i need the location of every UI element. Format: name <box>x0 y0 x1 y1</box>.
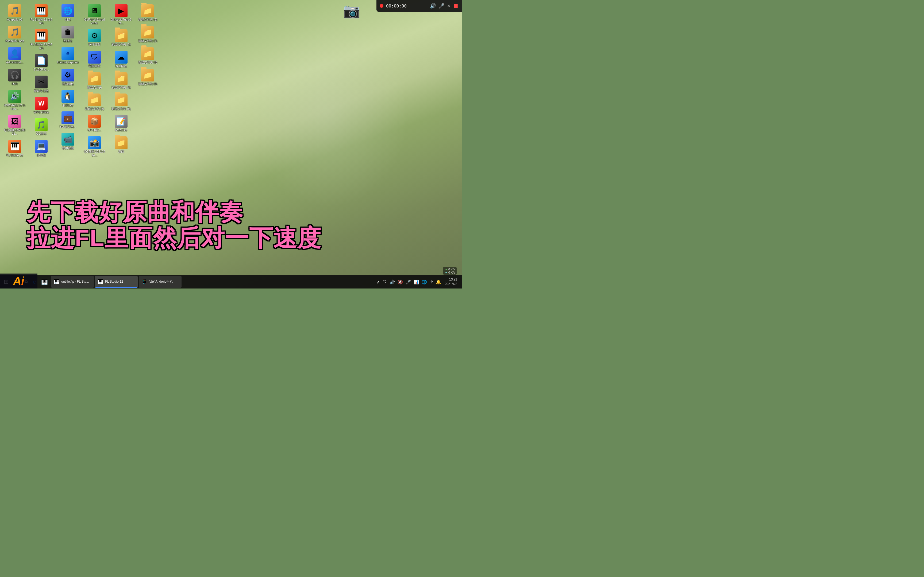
download-speed: 0 K/s <box>448 271 455 274</box>
pc-butler-label: 电脑管家 <box>89 64 100 68</box>
icon-new-folder-6[interactable]: 📁 新建文件夹 (6) <box>136 3 160 23</box>
mic-icon[interactable]: 🎤 <box>438 3 444 9</box>
system-clock[interactable]: 13:21 2021/4/2 <box>443 277 459 286</box>
taskbar-fl-pinned[interactable]: 🎹 <box>39 276 50 288</box>
tray-input-method[interactable]: 中 <box>429 279 434 285</box>
icon-r2r[interactable]: 🎧 R2R <box>3 67 27 87</box>
icon-jianying[interactable]: ✂ 剪映专业版 <box>29 74 53 94</box>
recording-bar: 00:00:00 🔊 🎤 × ⏹ <box>376 0 462 12</box>
icon-new-folder-4[interactable]: 📁 新建文件夹 (4) <box>109 71 133 91</box>
tencentqq-icon: 🐧 <box>61 90 74 103</box>
icon-new-folder-7[interactable]: 📁 新建文件夹 (7) <box>136 24 160 44</box>
taskbar-window-fl12[interactable]: 🎹 FL Studio 12 <box>95 276 138 288</box>
close-recording-icon[interactable]: × <box>447 3 450 9</box>
icon-new-folder-5[interactable]: 📁 新建文件夹 (5) <box>109 92 133 112</box>
icon-column-2: 🎹 FL Studio 12 (64bit) 🎹 FL Studio 12 (6… <box>29 3 53 160</box>
upload-arrow: ▲ <box>444 268 447 271</box>
usage-video-label: 使用视频 <box>62 147 74 150</box>
icon-new-folder-8[interactable]: 📁 新建文件夹 (8) <box>136 45 160 66</box>
icon-stuff[interactable]: 📁 东西 <box>109 135 133 155</box>
icon-column-6: 📁 新建文件夹 (6) 📁 新建文件夹 (7) 📁 新建文件夹 (8) 📁 新建… <box>136 3 160 89</box>
jianying-label: 剪映专业版 <box>34 89 48 93</box>
icon-new-folder-3[interactable]: 📁 新建文件夹 (3) <box>109 27 133 48</box>
new-folder-7-label: 新建文件夹 (7) <box>138 39 157 43</box>
icon-admin[interactable]: 👤 Administrat... <box>3 45 27 66</box>
icon-baidu[interactable]: ☁ 百度网盘 <box>109 49 133 69</box>
icon-qq-music[interactable]: 🎵 QQ音乐 <box>29 117 53 137</box>
icon-nt30[interactable]: 📦 NT-30官... <box>82 113 107 134</box>
taskbar-window-android[interactable]: 📱 我的Android手机 <box>139 276 181 288</box>
icon-this-pc[interactable]: 💻 此电脑 <box>29 139 53 159</box>
fl-studio12-taskbar-icon: 🎹 <box>8 140 21 153</box>
software-mgr-icon: ⚙ <box>88 29 101 42</box>
fl12-64-icon: 🎹 <box>35 4 48 17</box>
tray-mic[interactable]: 🎤 <box>405 279 412 285</box>
icon-wps[interactable]: W WPS Office <box>29 95 53 116</box>
stop-recording-icon[interactable]: ⏹ <box>453 2 459 9</box>
tray-network2[interactable]: 🌐 <box>421 279 428 285</box>
r2rlog-icon: 📝 <box>115 115 128 128</box>
stuff-icon: 📁 <box>115 136 128 149</box>
icon-new-folder-2[interactable]: 📁 新建文件夹 (2) <box>82 92 107 112</box>
icon-column-5: ▶ Gihosoft TubeGet... 📁 新建文件夹 (3) ☁ 百度网盘… <box>109 3 133 156</box>
icon-pc-butler[interactable]: 🛡 电脑管家 <box>82 49 107 69</box>
volume-icon[interactable]: 🔊 <box>430 3 436 9</box>
folder-8-icon: 📁 <box>141 47 154 60</box>
admin-icon: 👤 <box>8 47 21 60</box>
boss30-label: Bos官方网... <box>60 125 76 129</box>
icon-asio4all[interactable]: 🔊 ASIO4ALL v2 Instru... <box>3 89 27 112</box>
asio4all-label: ASIO4ALL v2 Instru... <box>4 104 26 111</box>
icon-gihosoft[interactable]: ▶ Gihosoft TubeGet... <box>109 3 133 26</box>
new-folder-top-label: 新建文件夹 <box>87 86 102 89</box>
wps-icon: W <box>35 97 48 110</box>
network-speed-widget: ▲ 0 K/s ▼ 0 K/s <box>443 267 457 275</box>
icon-new-folder-top[interactable]: 📁 新建文件夹 <box>82 71 107 91</box>
tray-mute[interactable]: 🔇 <box>397 279 404 285</box>
icon-qq-photo[interactable]: 🖼 QQ相册 20210318... <box>3 113 27 137</box>
icon-recycle[interactable]: 🗑 回收站 <box>56 24 80 44</box>
asio4all-icon: 🔊 <box>8 90 21 103</box>
icon-ie[interactable]: e Internet Explorer <box>56 45 80 66</box>
tray-notification[interactable]: 🔔 <box>435 279 442 285</box>
camera-widget[interactable]: 📷 <box>343 3 360 19</box>
icon-tencentqq[interactable]: 🐧 腾讯QQ <box>56 89 80 109</box>
pc-butler-icon: 🛡 <box>88 51 101 64</box>
icon-boss30[interactable]: 💼 Bos官方网... <box>56 110 80 130</box>
r1-160r31-icon: 📄 <box>35 54 48 67</box>
acapella02-icon: 🎵 <box>8 4 21 17</box>
icon-r2rlog[interactable]: 📝 R2RLOG <box>109 113 133 134</box>
flp-window-icon: 🎹 <box>54 279 60 285</box>
flp-window-label: untitle.flp - FL Stu... <box>61 280 89 284</box>
icon-software-mgr[interactable]: ⚙ 软件管理 <box>82 27 107 48</box>
tray-network[interactable]: 📊 <box>413 279 420 285</box>
icon-control-panel[interactable]: ⚙ 控制面板 <box>56 67 80 87</box>
icon-fl12-64[interactable]: 🎹 FL Studio 12 (64bit) <box>29 3 53 26</box>
taskbar-window-flp[interactable]: 🎹 untitle.flp - FL Stu... <box>51 276 94 288</box>
acapella-loop-label: Acapella Loop <box>5 39 24 43</box>
fl12-window-label: FL Studio 12 <box>105 280 123 284</box>
icon-new-folder-9[interactable]: 📁 新建文件夹 (9) <box>136 67 160 87</box>
icon-acapella02[interactable]: 🎵 Acapella 02 <box>3 3 27 23</box>
fl12-64b-icon: 🎹 <box>35 29 48 42</box>
boss30-icon: 💼 <box>61 111 74 124</box>
icon-acapella-loop[interactable]: 🎵 Acapella Loop <box>3 24 27 44</box>
qq-screenshot-icon: 📸 <box>88 136 101 149</box>
tray-speaker[interactable]: 🔊 <box>389 279 396 285</box>
android-window-icon: 📱 <box>141 279 147 285</box>
baidu-label: 百度网盘 <box>115 64 127 68</box>
icon-network[interactable]: 🌐 网络 <box>56 3 80 23</box>
tencentqq-label: 腾讯QQ <box>63 104 73 107</box>
tray-arrow[interactable]: ∧ <box>376 279 381 285</box>
ie-icon: e <box>61 47 74 60</box>
icon-usage-video[interactable]: 📹 使用视频 <box>56 131 80 152</box>
r2r-label: R2R <box>12 82 18 86</box>
tray-shield[interactable]: 🛡 <box>382 279 388 285</box>
android-window-label: 我的Android手机 <box>149 279 173 284</box>
icon-fl12-64b[interactable]: 🎹 FL Studio 12 (64bit) <box>29 27 53 51</box>
nt30-label: NT-30官... <box>88 129 101 132</box>
icon-r1-160r31[interactable]: 📄 1-160R31... <box>29 53 53 73</box>
icon-fl-studio12[interactable]: 🎹 FL Studio 12 <box>3 139 27 159</box>
icon-column-3: 🌐 网络 🗑 回收站 e Internet Explorer ⚙ 控制面板 🐧 … <box>56 3 80 153</box>
icon-geforce[interactable]: 🖥 GeForce Experience <box>82 3 107 26</box>
icon-qq-screenshot[interactable]: 📸 QQ截图 20210414... <box>82 135 107 158</box>
